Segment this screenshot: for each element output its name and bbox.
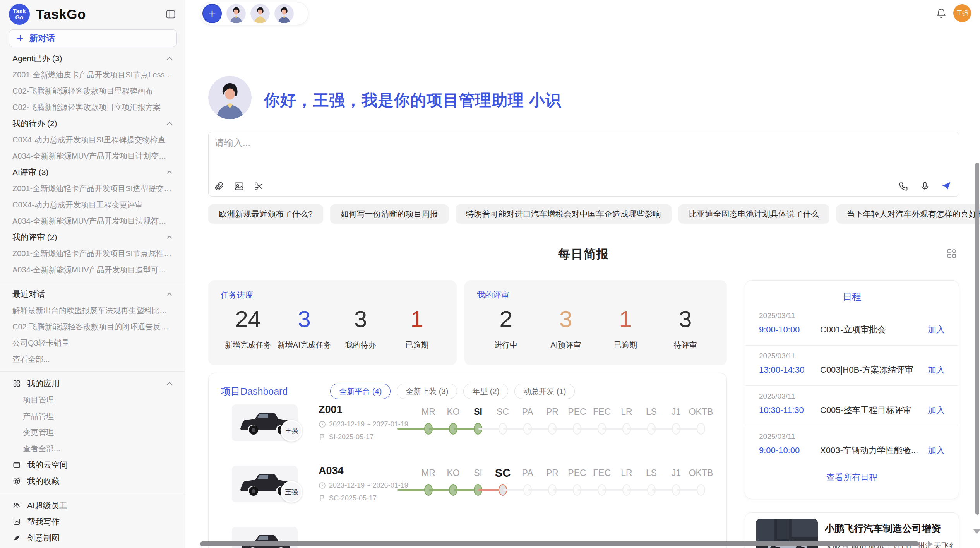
sidebar-item[interactable]: C0X4-动力总成开发项目SI里程碑提交物检查 <box>0 132 185 148</box>
sidebar-item[interactable]: Z001-全新燃油轻卡产品开发项目SI节点属性5D文件评审 <box>0 245 185 262</box>
chevron-up-icon[interactable] <box>166 233 173 241</box>
chevron-up-icon[interactable] <box>166 168 173 176</box>
milestone-label: KO <box>441 466 466 480</box>
stat: 3AI预评审 <box>536 304 596 350</box>
sidebar-section-header[interactable]: 我的评审 (2) <box>0 229 185 245</box>
recent-chat-item[interactable]: 查看全部... <box>0 351 185 367</box>
scroll-right-arrow[interactable] <box>928 541 933 547</box>
app-logo-row: Task Go TaskGo <box>9 4 176 25</box>
sidebar-item[interactable]: Z001-全新燃油轻卡产品开发项目SI造型提交物评审 <box>0 180 185 197</box>
suggestion-chip[interactable]: 当下年轻人对汽车外观有怎样的喜好趋势 <box>836 204 980 224</box>
milestone-label: PR <box>540 466 565 480</box>
sidebar-tool[interactable]: AI超级员工 <box>0 497 185 514</box>
stat: 24新增完成任务 <box>220 304 276 350</box>
sidebar-section-header-recent[interactable]: 最近对话 <box>0 286 185 302</box>
sidebar-section-title: 我的评审 (2) <box>12 232 57 243</box>
milestone: PA <box>515 466 540 497</box>
suggestion-chip[interactable]: 比亚迪全固态电池计划具体说了什么 <box>678 204 829 224</box>
image-icon[interactable] <box>234 181 244 192</box>
filter-pill[interactable]: 全新平台 (4) <box>330 384 391 399</box>
filter-pill[interactable]: 年型 (2) <box>463 384 508 399</box>
horizontal-scrollbar[interactable] <box>200 541 919 546</box>
join-link[interactable]: 加入 <box>928 364 945 376</box>
project-owner-badge: 王强 <box>281 481 302 503</box>
recent-chat-item[interactable]: 解释最新出台的欧盟报废车法规再生塑料比例被调至15%... <box>0 302 185 319</box>
scroll-down-arrow[interactable] <box>973 529 980 534</box>
sidebar-section-header[interactable]: 我的待办 (2) <box>0 115 185 132</box>
sidebar-item[interactable]: C02-飞腾新能源轻客改款项目立项汇报方案 <box>0 99 185 115</box>
divider <box>0 493 185 493</box>
suggestion-chip[interactable]: 欧洲新规最近颁布了什么? <box>208 204 323 224</box>
sidebar-link[interactable]: 我的云空间 <box>0 457 185 473</box>
notifications-bell-icon[interactable] <box>936 8 947 19</box>
project-dates: 2023-12-19 ~ 2027-01-19 <box>329 420 408 428</box>
milestone: LS <box>639 466 664 497</box>
suggestion-chip[interactable]: 特朗普可能对进口汽车增税会对中国车企造成哪些影响 <box>456 204 672 224</box>
chevron-up-icon[interactable] <box>166 55 173 62</box>
plus-icon <box>16 34 24 42</box>
send-icon[interactable] <box>941 181 952 192</box>
chevron-up-icon[interactable] <box>166 380 173 387</box>
suggestion-chip[interactable]: 如何写一份清晰的项目周报 <box>330 204 449 224</box>
schedule-event: 2025/03/1113:00-14:30C003|H0B-方案冻结评审加入 <box>745 346 959 386</box>
join-link[interactable]: 加入 <box>928 445 945 456</box>
milestone: LR <box>614 466 639 497</box>
filter-pill[interactable]: 动总开发 (1) <box>514 384 575 399</box>
sidebar-link[interactable]: 我的收藏 <box>0 473 185 489</box>
creative-drawing-icon <box>12 534 21 542</box>
agent-avatar-3[interactable] <box>274 4 294 23</box>
join-link[interactable]: 加入 <box>928 404 945 416</box>
milestone: PEC <box>565 466 589 497</box>
sidebar-item[interactable]: A034-全新新能源MUV产品开发项目法规符合性评审 <box>0 213 185 229</box>
vertical-scrollbar[interactable] <box>975 163 979 515</box>
sidebar-tool[interactable]: 帮我写作 <box>0 514 185 530</box>
briefing-layout-icon[interactable] <box>946 248 958 259</box>
view-all-schedule-link[interactable]: 查看所有日程 <box>745 466 959 483</box>
chevron-up-icon[interactable] <box>166 290 173 298</box>
app-sub-item[interactable]: 产品管理 <box>0 408 185 424</box>
app-sub-item[interactable]: 查看全部... <box>0 440 185 457</box>
stat-value: 3 <box>656 304 716 334</box>
filter-pill[interactable]: 全新上装 (3) <box>397 384 457 399</box>
agent-avatar-2[interactable] <box>250 4 270 23</box>
recent-chat-item[interactable]: 公司Q3轻卡销量 <box>0 335 185 351</box>
sidebar-item[interactable]: C0X4-动力总成开发项目工程变更评审 <box>0 197 185 213</box>
milestone-label: MR <box>416 466 441 480</box>
project-row[interactable] <box>209 521 726 537</box>
microphone-icon[interactable] <box>920 181 930 192</box>
milestone-label: J1 <box>664 466 689 480</box>
attachment-icon[interactable] <box>214 181 224 192</box>
collapse-sidebar-icon[interactable] <box>165 9 176 20</box>
sidebar-item[interactable]: A034-全新新能源MUV产品开发项目计划变更表编写 <box>0 148 185 164</box>
milestone: KO <box>441 466 466 497</box>
sidebar-section-title: 我的待办 (2) <box>12 118 57 129</box>
my-reviews-card: 我的评审 2进行中3AI预评审1已逾期3待评审 <box>464 280 727 365</box>
cloud-space-icon <box>12 461 21 469</box>
sidebar-section-header[interactable]: AI评审 (3) <box>0 164 185 180</box>
agent-avatar-1[interactable] <box>226 4 246 23</box>
app-sub-item[interactable]: 项目管理 <box>0 392 185 408</box>
stat: 1已逾期 <box>596 304 656 350</box>
milestone-node <box>697 423 705 435</box>
greeting-text: 你好，王强，我是你的项目管理助理 小识 <box>264 90 561 111</box>
project-row[interactable]: 王强Z0012023-12-19 ~ 2027-01-19SI-2025-05-… <box>209 399 726 460</box>
chevron-up-icon[interactable] <box>166 120 173 127</box>
user-avatar[interactable]: 王强 <box>953 4 971 22</box>
sidebar-tool[interactable]: 创意制图 <box>0 530 185 546</box>
agent-switcher: + <box>200 2 308 25</box>
message-input[interactable] <box>215 137 873 174</box>
sidebar-item[interactable]: Z001-全新燃油皮卡产品开发项目SI节点Lesson Learn报告 <box>0 67 185 83</box>
sidebar-section-header-apps[interactable]: 我的应用 <box>0 375 185 392</box>
sidebar-item[interactable]: A034-全新新能源MUV产品开发项目造型可行性评审 <box>0 262 185 278</box>
sidebar-item[interactable]: C02-飞腾新能源轻客改款项目里程碑画布 <box>0 83 185 99</box>
new-chat-button[interactable]: 新对话 <box>9 29 177 47</box>
sidebar-section-header[interactable]: Agent已办 (3) <box>0 50 185 67</box>
milestone-label: KO <box>441 405 466 418</box>
project-row[interactable]: 王强A0342023-12-19 ~ 2026-01-19SC-2025-05-… <box>209 460 726 521</box>
recent-chat-item[interactable]: C02-飞腾新能源轻客改款项目的闭环通告反馈情况 <box>0 319 185 335</box>
scissors-icon[interactable] <box>254 181 264 192</box>
join-link[interactable]: 加入 <box>928 324 945 336</box>
app-sub-item[interactable]: 变更管理 <box>0 424 185 440</box>
voice-call-icon[interactable] <box>898 181 909 192</box>
add-agent-button[interactable]: + <box>202 4 222 23</box>
